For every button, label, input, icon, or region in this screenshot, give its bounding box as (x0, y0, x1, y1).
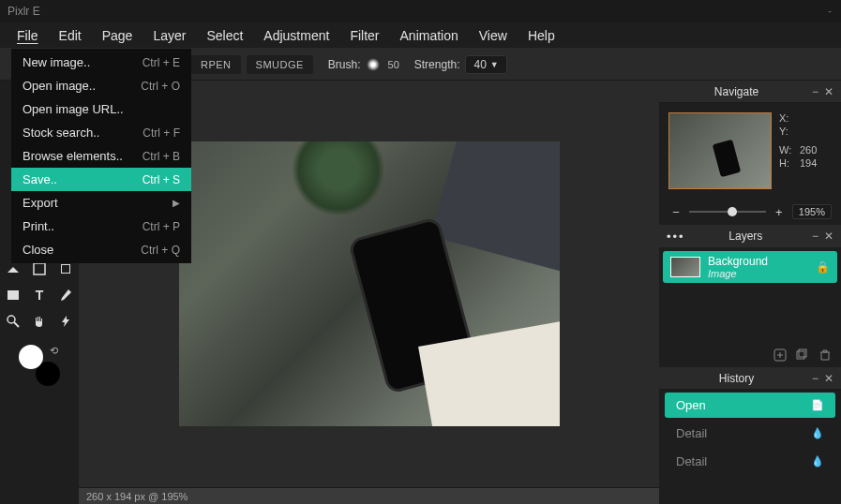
zoom-slider[interactable] (689, 211, 766, 213)
menubar: File Edit Page Layer Select Adjustment F… (0, 22, 841, 49)
duplicate-layer-icon[interactable] (796, 348, 809, 362)
chevron-right-icon: ▶ (173, 198, 180, 208)
menu-help[interactable]: Help (518, 24, 564, 47)
minimize-icon[interactable]: − (812, 230, 818, 243)
menu-adjustment[interactable]: Adjustment (254, 24, 338, 47)
nav-x-label: X: (779, 112, 796, 124)
history-label: Detail (676, 454, 707, 468)
document-icon: 📄 (811, 399, 824, 411)
file-dropdown: New image.. Ctrl + E Open image.. Ctrl +… (11, 49, 191, 263)
layer-actions (659, 343, 841, 367)
status-bar: 260 x 194 px @ 195% (79, 487, 659, 504)
menu-select[interactable]: Select (197, 24, 252, 47)
minimize-icon[interactable]: − (812, 372, 818, 385)
menu-close[interactable]: Close Ctrl + Q (11, 238, 191, 261)
menu-stock-search[interactable]: Stock search.. Ctrl + F (11, 121, 191, 144)
menu-animation[interactable]: Animation (391, 24, 468, 47)
app-title: Pixlr E (8, 5, 40, 18)
menu-item-label: Open image.. (23, 79, 96, 93)
close-icon[interactable]: ✕ (824, 85, 833, 98)
layer-type: Image (708, 268, 808, 279)
menu-open-image[interactable]: Open image.. Ctrl + O (11, 74, 191, 97)
nav-w-label: W: (779, 144, 796, 156)
window-controls[interactable]: - (828, 5, 833, 18)
menu-item-label: Save.. (23, 172, 57, 186)
menu-item-label: Close (23, 243, 53, 257)
menu-browse-elements[interactable]: Browse elements.. Ctrl + B (11, 144, 191, 168)
zoom-control: − + 195% (659, 199, 841, 225)
color-swatches[interactable]: ⟲ (19, 345, 60, 386)
menu-item-label: Export (23, 196, 58, 210)
menu-item-shortcut: Ctrl + B (143, 150, 180, 163)
history-item[interactable]: Detail 💧 (665, 449, 835, 474)
svg-rect-3 (8, 290, 19, 300)
history-item[interactable]: Open 📄 (665, 393, 835, 418)
swap-colors-icon[interactable]: ⟲ (50, 345, 58, 357)
mode-rpen[interactable]: RPEN (191, 55, 241, 74)
menu-print[interactable]: Print.. Ctrl + P (11, 215, 191, 238)
history-label: Detail (676, 426, 707, 440)
nav-h-label: H: (779, 157, 796, 169)
menu-item-label: Browse elements.. (23, 149, 123, 163)
zoom-value[interactable]: 195% (792, 204, 832, 219)
strength-select[interactable]: 40 ▼ (465, 55, 506, 74)
caret-down-icon: ▼ (490, 60, 499, 69)
history-header: History − ✕ (659, 367, 841, 390)
lock-icon[interactable]: 🔒 (816, 260, 830, 274)
delete-layer-icon[interactable] (818, 348, 832, 362)
svg-rect-11 (797, 351, 804, 359)
history-label: Open (676, 398, 706, 412)
navigate-thumbnail[interactable] (668, 112, 772, 189)
brush-size-value[interactable]: 50 (388, 59, 399, 70)
tool-hand[interactable] (27, 309, 52, 334)
minimize-icon[interactable]: − (812, 85, 818, 98)
layers-header: ••• Layers − ✕ (659, 225, 841, 247)
zoom-in-button[interactable]: + (772, 205, 787, 219)
tool-bolt[interactable] (53, 309, 78, 334)
menu-item-shortcut: Ctrl + F (143, 126, 180, 140)
navigate-title: Navigate (667, 85, 806, 98)
menu-item-shortcut: Ctrl + Q (141, 244, 180, 257)
menu-item-label: Open image URL.. (23, 102, 124, 116)
menu-page[interactable]: Page (93, 24, 143, 47)
mode-smudge[interactable]: SMUDGE (247, 55, 313, 74)
history-title: History (667, 372, 806, 385)
menu-file[interactable]: File (8, 24, 48, 47)
close-icon[interactable]: ✕ (824, 230, 833, 243)
strength-label: Strength: (414, 58, 460, 71)
add-layer-icon[interactable] (773, 348, 787, 362)
svg-text:T: T (36, 288, 44, 303)
close-icon[interactable]: ✕ (824, 372, 833, 385)
brush-label: Brush: (328, 58, 361, 71)
menu-new-image[interactable]: New image.. Ctrl + E (11, 51, 191, 74)
menu-save[interactable]: Save.. Ctrl + S (11, 168, 191, 191)
menu-edit[interactable]: Edit (50, 24, 91, 47)
foreground-color[interactable] (19, 345, 43, 369)
tool-eyedropper[interactable] (53, 283, 78, 307)
svg-rect-10 (799, 349, 806, 357)
drop-icon: 💧 (811, 455, 824, 467)
layer-item[interactable]: Background Image 🔒 (663, 251, 837, 283)
svg-rect-2 (62, 265, 69, 273)
tool-zoom[interactable] (1, 309, 25, 334)
titlebar: Pixlr E - (0, 0, 841, 22)
menu-view[interactable]: View (470, 24, 517, 47)
layers-options-icon[interactable]: ••• (667, 230, 685, 244)
zoom-out-button[interactable]: − (668, 205, 683, 219)
svg-line-6 (14, 322, 19, 327)
drop-icon: 💧 (811, 427, 824, 439)
menu-layer[interactable]: Layer (143, 24, 195, 47)
tool-text[interactable]: T (27, 283, 52, 307)
tool-replace[interactable] (1, 283, 25, 307)
menu-export[interactable]: Export ▶ (11, 191, 191, 215)
menu-filter[interactable]: Filter (340, 24, 388, 47)
menu-open-url[interactable]: Open image URL.. (11, 97, 191, 121)
right-panel: Navigate − ✕ X: Y: W:260 H:194 − + 195% … (659, 81, 841, 504)
menu-item-shortcut: Ctrl + P (143, 220, 180, 233)
canvas-image[interactable] (179, 141, 560, 426)
svg-point-5 (8, 316, 15, 323)
strength-value: 40 (473, 58, 486, 71)
status-text: 260 x 194 px @ 195% (86, 491, 188, 502)
history-item[interactable]: Detail 💧 (665, 421, 835, 446)
brush-preview[interactable] (367, 58, 380, 71)
